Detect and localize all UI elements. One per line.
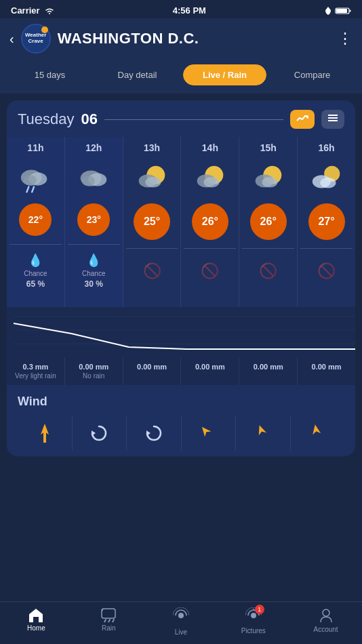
rain-pct-12: 30 % (85, 279, 103, 289)
pictures-badge: 1 (255, 605, 264, 614)
account-icon (318, 607, 334, 624)
status-left: Carrier (11, 5, 55, 16)
pictures-icon-container: 1 (245, 607, 262, 625)
hour-label-14: 14h (202, 142, 218, 153)
bottom-nav-pictures[interactable]: 1 Pictures (217, 607, 289, 636)
rain-mm-value-13: 0.00 mm (126, 363, 178, 371)
live-icon-container (173, 607, 189, 626)
temp-badge-16: 27° (308, 203, 345, 240)
divider-15 (242, 248, 294, 249)
wind-arrow-14 (181, 416, 236, 451)
chart-button[interactable] (290, 110, 315, 129)
svg-line-39 (104, 620, 106, 622)
logo-dot (41, 26, 48, 33)
location-icon (324, 6, 332, 16)
wind-arrow-13 (126, 416, 181, 451)
tab-15days[interactable]: 15 days (8, 64, 92, 85)
app-logo: WeatherCrave (21, 24, 51, 54)
rain-mm-value-11: 0.3 mm (9, 363, 62, 371)
tab-liverain[interactable]: Live / Rain (183, 64, 266, 85)
tab-daydetail[interactable]: Day detail (96, 64, 179, 85)
bottom-nav-rain[interactable]: Rain (73, 607, 145, 636)
wind-arrow-icon-16 (307, 423, 327, 443)
raindrop-icon-11: 💧 (28, 253, 43, 268)
tab-compare[interactable]: Compare (270, 64, 354, 85)
svg-marker-33 (199, 424, 212, 437)
rain-mm-11: 0.3 mm Very light rain (7, 357, 64, 385)
account-label: Account (314, 626, 338, 633)
rain-section-11: 💧 Chance 65 % (24, 250, 47, 298)
rain-label: Rain (102, 624, 116, 632)
bottom-nav: Home Rain Live (0, 601, 362, 644)
bottom-nav-account[interactable]: Account (289, 607, 362, 636)
weather-icon-15 (249, 160, 287, 198)
svg-rect-1 (336, 9, 347, 13)
svg-point-8 (24, 175, 37, 185)
temp-badge-11: 22° (19, 203, 52, 236)
no-rain-icon-13: 🚫 (143, 257, 161, 280)
hour-label-15: 15h (260, 142, 277, 153)
divider-13 (126, 248, 178, 249)
rain-mm-16: 0.00 mm (297, 357, 355, 385)
svg-point-19 (203, 177, 219, 187)
svg-rect-30 (43, 432, 46, 443)
rain-mm-value-12: 0.00 mm (68, 363, 120, 371)
wind-arrow-15 (235, 416, 290, 451)
temp-badge-14: 26° (192, 203, 228, 240)
svg-point-13 (82, 176, 95, 186)
day-number: 06 (81, 110, 98, 128)
menu-button[interactable]: ⋮ (338, 30, 353, 47)
svg-point-16 (145, 177, 161, 187)
main-content: Tuesday 06 11h (0, 100, 362, 517)
hour-col-11: 11h 22° 💧 Chance 65 % (7, 137, 64, 307)
wind-refresh-icon-13 (144, 423, 164, 443)
hour-col-13: 13h 25° 🚫 (123, 137, 181, 307)
partly-cloudy-icon-15 (250, 161, 287, 197)
hour-col-15: 15h 26° 🚫 (239, 137, 297, 307)
weather-icon-11 (16, 160, 54, 198)
wind-arrow-icon-14 (198, 423, 218, 443)
temp-badge-12: 23° (77, 203, 110, 236)
hour-col-12: 12h 23° 💧 Chance 30 % (64, 137, 123, 307)
rain-chance-label-11: Chance (24, 269, 47, 278)
back-button[interactable]: ‹ (9, 31, 14, 47)
svg-point-25 (320, 178, 336, 188)
rain-section-14: 🚫 (201, 254, 219, 302)
svg-point-22 (262, 177, 277, 187)
wind-arrow-icon-11 (35, 421, 54, 445)
temp-badge-15: 26° (250, 203, 287, 240)
svg-line-10 (33, 187, 35, 193)
svg-rect-37 (102, 609, 115, 618)
wind-title: Wind (18, 395, 344, 409)
bottom-nav-live[interactable]: Live (145, 607, 218, 636)
home-label: Home (27, 624, 45, 632)
svg-marker-36 (29, 609, 43, 622)
app-header: ‹ WeatherCrave WASHINGTON D.C. ⋮ (0, 18, 362, 59)
wind-arrow-12 (72, 416, 127, 451)
rain-mm-15: 0.00 mm (239, 357, 297, 385)
hour-label-11: 11h (27, 142, 43, 153)
partly-cloudy-icon-14 (192, 161, 228, 197)
weather-icon-14 (191, 160, 229, 198)
temp-badge-13: 25° (134, 203, 170, 240)
wind-arrow-11 (18, 416, 72, 451)
svg-line-40 (108, 620, 110, 622)
divider-11 (9, 244, 62, 245)
rain-chance-12: 💧 Chance 30 % (82, 253, 105, 289)
list-icon (327, 113, 339, 123)
cloud-rain-icon (17, 161, 54, 197)
divider-12 (68, 244, 120, 245)
no-rain-icon-14: 🚫 (201, 257, 219, 280)
status-bar: Carrier 4:56 PM (0, 0, 362, 18)
status-right (324, 6, 351, 16)
list-button[interactable] (321, 110, 344, 129)
rain-mm-value-16: 0.00 mm (300, 363, 353, 371)
weather-card: Tuesday 06 11h (7, 100, 355, 456)
wind-section: Wind (7, 385, 355, 456)
wind-arrow-icon-15 (253, 423, 273, 443)
bottom-nav-home[interactable]: Home (0, 607, 73, 636)
city-title: WASHINGTON D.C. (58, 30, 331, 47)
rain-chart-svg (14, 310, 355, 357)
hour-label-12: 12h (85, 142, 102, 153)
live-label: Live (175, 628, 187, 636)
